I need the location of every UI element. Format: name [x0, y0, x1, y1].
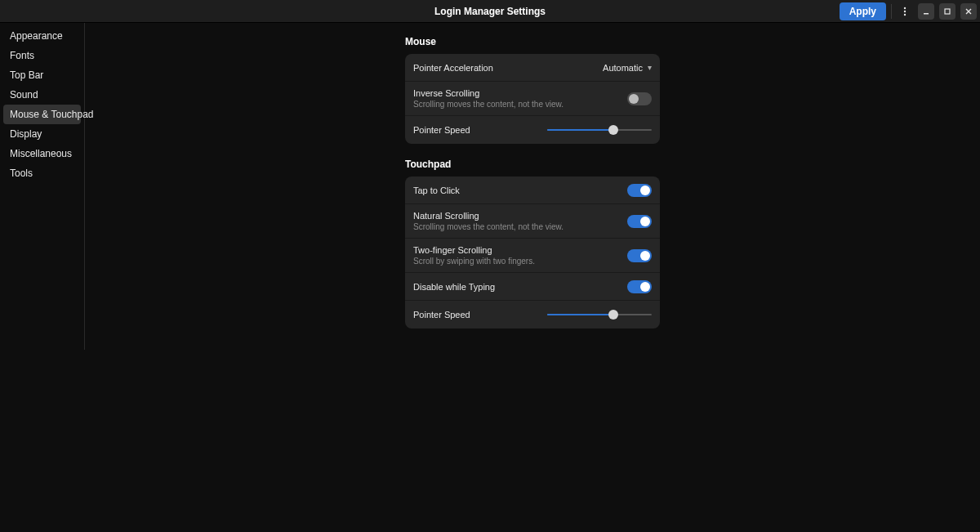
sidebar-item-miscellaneous[interactable]: Miscellaneous — [3, 144, 81, 163]
group-touchpad: Tap to Click Natural Scrolling Scrolling… — [405, 177, 660, 329]
label-two-finger-scrolling: Two-finger Scrolling — [413, 245, 627, 255]
minimize-button[interactable] — [918, 3, 934, 20]
maximize-button[interactable] — [939, 3, 956, 20]
maximize-icon — [943, 7, 951, 16]
sidebar-item-mouse-touchpad[interactable]: Mouse & Touchpad — [3, 105, 81, 124]
chevron-down-icon: ▾ — [648, 63, 652, 72]
kebab-icon — [900, 7, 910, 16]
slider-mouse-pointer-speed[interactable] — [547, 123, 652, 136]
subtitle-natural-scrolling: Scrolling moves the content, not the vie… — [413, 222, 627, 231]
slider-touchpad-pointer-speed[interactable] — [547, 308, 652, 321]
label-mouse-pointer-speed: Pointer Speed — [413, 125, 547, 135]
sidebar: Appearance Fonts Top Bar Sound Mouse & T… — [0, 23, 85, 350]
row-disable-while-typing: Disable while Typing — [405, 273, 660, 301]
section-title-touchpad: Touchpad — [405, 159, 660, 170]
row-two-finger-scrolling: Two-finger Scrolling Scroll by swiping w… — [405, 239, 660, 273]
window-title: Login Manager Settings — [0, 6, 980, 17]
separator — [891, 4, 892, 19]
apply-button[interactable]: Apply — [840, 2, 886, 20]
row-mouse-pointer-speed: Pointer Speed — [405, 116, 660, 144]
svg-point-0 — [904, 7, 906, 8]
close-icon — [964, 7, 973, 16]
switch-two-finger-scrolling[interactable] — [627, 249, 652, 262]
menu-button[interactable] — [897, 3, 913, 20]
row-tap-to-click: Tap to Click — [405, 177, 660, 204]
sidebar-item-top-bar[interactable]: Top Bar — [3, 65, 81, 85]
dropdown-value: Automatic — [603, 63, 643, 73]
label-inverse-scrolling: Inverse Scrolling — [413, 88, 627, 98]
svg-point-2 — [904, 13, 906, 15]
label-pointer-acceleration: Pointer Acceleration — [413, 63, 603, 73]
section-title-mouse: Mouse — [405, 36, 660, 47]
sidebar-item-fonts[interactable]: Fonts — [3, 46, 81, 65]
row-natural-scrolling: Natural Scrolling Scrolling moves the co… — [405, 204, 660, 239]
switch-inverse-scrolling[interactable] — [627, 92, 652, 105]
label-touchpad-pointer-speed: Pointer Speed — [413, 310, 547, 320]
switch-natural-scrolling[interactable] — [627, 215, 652, 228]
sidebar-item-sound[interactable]: Sound — [3, 85, 81, 105]
settings-panel: Mouse Pointer Acceleration Automatic ▾ — [405, 36, 660, 532]
label-tap-to-click: Tap to Click — [413, 186, 627, 195]
close-button[interactable] — [960, 3, 977, 20]
sidebar-item-display[interactable]: Display — [3, 124, 81, 144]
content: Appearance Fonts Top Bar Sound Mouse & T… — [0, 23, 980, 532]
group-mouse: Pointer Acceleration Automatic ▾ Inverse… — [405, 54, 660, 144]
switch-tap-to-click[interactable] — [627, 184, 652, 197]
main-pane: Mouse Pointer Acceleration Automatic ▾ — [85, 23, 980, 532]
svg-point-1 — [904, 10, 906, 11]
headerbar: Login Manager Settings Apply — [0, 0, 980, 23]
section-touchpad: Touchpad Tap to Click Natural Scrolling — [405, 159, 660, 329]
switch-disable-while-typing[interactable] — [627, 280, 652, 293]
sidebar-item-tools[interactable]: Tools — [3, 163, 81, 183]
row-touchpad-pointer-speed: Pointer Speed — [405, 301, 660, 329]
sidebar-item-appearance[interactable]: Appearance — [3, 26, 81, 46]
row-pointer-acceleration[interactable]: Pointer Acceleration Automatic ▾ — [405, 54, 660, 82]
subtitle-two-finger-scrolling: Scroll by swiping with two fingers. — [413, 257, 627, 266]
label-natural-scrolling: Natural Scrolling — [413, 211, 627, 221]
svg-rect-3 — [924, 13, 929, 15]
label-disable-while-typing: Disable while Typing — [413, 282, 627, 292]
section-mouse: Mouse Pointer Acceleration Automatic ▾ — [405, 36, 660, 144]
minimize-icon — [922, 7, 930, 16]
dropdown-pointer-acceleration[interactable]: Automatic ▾ — [603, 63, 652, 73]
row-inverse-scrolling: Inverse Scrolling Scrolling moves the co… — [405, 82, 660, 116]
svg-rect-4 — [945, 9, 950, 14]
subtitle-inverse-scrolling: Scrolling moves the content, not the vie… — [413, 100, 627, 109]
